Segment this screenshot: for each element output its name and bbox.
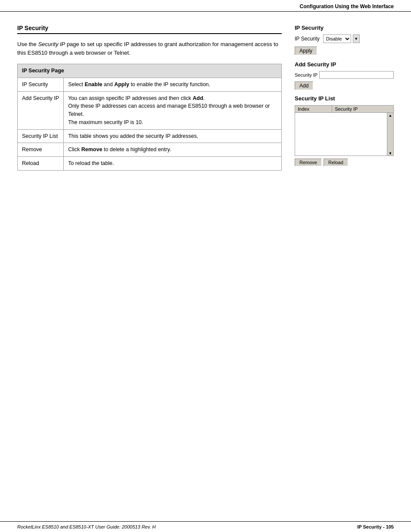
security-ip-list-table: Index Security IP	[295, 105, 394, 113]
page-footer: RocketLinx ES8510 and ES8510-XT User Gui…	[0, 521, 411, 532]
ip-security-control-row: IP Security Disable Enable ▼	[295, 34, 394, 43]
add-security-title: Add Security IP	[295, 61, 394, 68]
row-label-ip-security: IP Security	[18, 78, 64, 91]
add-security-section: Add Security IP Security IP Add	[295, 61, 394, 90]
footer-right: IP Security - 105	[357, 524, 394, 529]
remove-button[interactable]: Remove	[295, 159, 322, 166]
row-desc-remove: Click Remove to delete a highlighted ent…	[64, 143, 282, 157]
panel-title: IP Security	[295, 25, 394, 31]
table-row: IP Security Select Enable and Apply to e…	[18, 78, 282, 91]
intro-text: Use the Security IP page to set up speci…	[17, 40, 282, 57]
scroll-up-icon[interactable]: ▲	[389, 113, 392, 118]
section-title: IP Security	[17, 25, 282, 34]
row-desc-security-ip-list: This table shows you added the security …	[64, 129, 282, 143]
footer-left: RocketLinx ES8510 and ES8510-XT User Gui…	[17, 524, 156, 529]
scroll-down-icon[interactable]: ▼	[389, 151, 392, 156]
left-column: IP Security Use the Security IP page to …	[17, 25, 282, 171]
row-label-remove: Remove	[18, 143, 64, 157]
table-row: Remove Click Remove to delete a highligh…	[18, 143, 282, 157]
row-desc-add-security: You can assign specific IP addresses and…	[64, 91, 282, 129]
right-column: IP Security IP Security Disable Enable ▼…	[295, 25, 394, 171]
security-ip-list-title: Security IP List	[295, 95, 394, 102]
row-label-add-security: Add Security IP	[18, 91, 64, 129]
page-header: Configuration Using the Web Interface	[0, 0, 411, 12]
list-body-inner: ▲ ▼	[295, 113, 393, 156]
row-desc-reload: To reload the table.	[64, 157, 282, 171]
security-ip-input[interactable]	[319, 71, 394, 79]
ip-security-field-label: IP Security	[295, 36, 320, 42]
reload-button[interactable]: Reload	[324, 159, 348, 166]
table-row: Add Security IP You can assign specific …	[18, 91, 282, 129]
list-col-index: Index	[295, 106, 332, 113]
list-body-content	[295, 113, 387, 156]
dropdown-arrow-icon[interactable]: ▼	[353, 34, 360, 43]
table-header-cell: IP Security Page	[18, 64, 282, 78]
page-container: Configuration Using the Web Interface IP…	[0, 0, 411, 532]
list-actions: Remove Reload	[295, 159, 394, 166]
row-label-security-ip-list: Security IP List	[18, 129, 64, 143]
ip-security-select[interactable]: Disable Enable	[323, 34, 351, 43]
list-table-header-row: Index Security IP	[295, 106, 394, 113]
info-table: IP Security Page IP Security Select Enab…	[17, 64, 282, 171]
list-table-body: ▲ ▼	[295, 113, 394, 156]
security-ip-list-section: Security IP List Index Security IP ▲	[295, 95, 394, 166]
row-label-reload: Reload	[18, 157, 64, 171]
main-content: IP Security Use the Security IP page to …	[0, 12, 411, 179]
list-scrollbar[interactable]: ▲ ▼	[387, 113, 393, 156]
table-header-row: IP Security Page	[18, 64, 282, 78]
header-title: Configuration Using the Web Interface	[300, 3, 394, 9]
apply-button[interactable]: Apply	[295, 47, 317, 55]
intro-italic: Security IP	[38, 41, 65, 47]
list-col-security-ip: Security IP	[332, 106, 394, 113]
security-ip-input-row: Security IP	[295, 71, 394, 79]
add-button[interactable]: Add	[295, 81, 313, 90]
table-row: Security IP List This table shows you ad…	[18, 129, 282, 143]
security-ip-field-label: Security IP	[295, 72, 318, 78]
table-row: Reload To reload the table.	[18, 157, 282, 171]
row-desc-ip-security: Select Enable and Apply to enable the IP…	[64, 78, 282, 91]
